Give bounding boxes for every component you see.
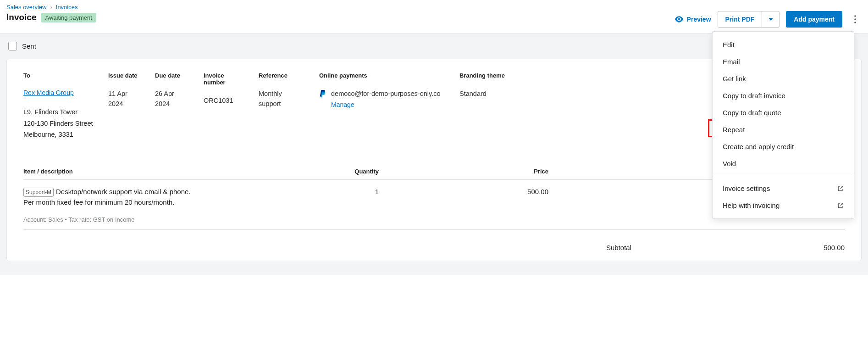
address-line-2: 120-130 Flinders Street [23, 118, 94, 129]
label-issue-date: Issue date [108, 72, 141, 79]
menu-help-invoicing[interactable]: Help with invoicing [713, 197, 854, 214]
subtotal-label: Subtotal [606, 244, 631, 251]
manage-link[interactable]: Manage [331, 101, 354, 108]
menu-separator [713, 176, 854, 176]
label-online-payments: Online payments [319, 72, 446, 79]
label-to: To [23, 72, 94, 79]
subtotal-value: 500.00 [824, 244, 845, 251]
svg-point-0 [854, 15, 856, 17]
add-payment-button[interactable]: Add payment [786, 11, 842, 28]
item-desc-line-2: Per month fixed fee for minimum 20 hours… [23, 197, 333, 207]
more-actions-menu: Edit Email Get link Copy to draft invoic… [712, 31, 854, 219]
label-reference: Reference [259, 72, 305, 79]
menu-get-link[interactable]: Get link [713, 70, 854, 87]
item-qty: 1 [333, 186, 448, 208]
breadcrumb: Sales overview › Invoices [6, 4, 96, 11]
address-line-1: L9, Flinders Tower [23, 106, 94, 118]
eye-icon [674, 16, 684, 22]
print-pdf-dropdown[interactable] [762, 11, 780, 28]
menu-email[interactable]: Email [713, 53, 854, 70]
item-tag: Support-M [23, 188, 54, 197]
menu-edit[interactable]: Edit [713, 36, 854, 53]
more-actions-button[interactable] [849, 11, 862, 28]
sent-checkbox[interactable] [8, 42, 17, 50]
header-price: Price [448, 168, 562, 175]
menu-repeat[interactable]: Repeat [713, 121, 854, 138]
contact-link[interactable]: Rex Media Group [23, 89, 74, 96]
page-header: Sales overview › Invoices Invoice Awaiti… [0, 0, 868, 33]
paypal-icon [319, 90, 326, 98]
print-pdf-button[interactable]: Print PDF [718, 11, 763, 28]
chevron-right-icon: › [50, 4, 52, 11]
summary: Subtotal 500.00 [23, 244, 845, 251]
menu-copy-draft-invoice[interactable]: Copy to draft invoice [713, 87, 854, 104]
value-branding-theme: Standard [459, 89, 519, 99]
address-line-3: Melbourne, 3331 [23, 129, 94, 140]
top-actions: Preview Print PDF Add payment [674, 4, 862, 28]
value-due-date: 26 Apr 2024 [155, 89, 190, 109]
value-issue-date: 11 Apr 2024 [108, 89, 141, 109]
external-link-icon [837, 185, 844, 192]
menu-create-apply-credit[interactable]: Create and apply credit [713, 138, 854, 155]
menu-invoice-settings[interactable]: Invoice settings [713, 180, 854, 197]
menu-copy-draft-quote[interactable]: Copy to draft quote [713, 104, 854, 121]
status-badge: Awaiting payment [41, 13, 96, 22]
external-link-icon [837, 202, 844, 209]
value-invoice-number: ORC1031 [204, 96, 245, 106]
header-desc: Item / description [23, 168, 333, 175]
label-invoice-number: Invoice number [204, 72, 245, 86]
value-reference: Monthly support [259, 89, 305, 109]
svg-point-1 [854, 18, 856, 20]
preview-link[interactable]: Preview [674, 16, 711, 23]
page-title: Invoice [6, 12, 36, 22]
label-due-date: Due date [155, 72, 190, 79]
caret-down-icon [768, 18, 773, 21]
menu-void[interactable]: Void [713, 155, 854, 172]
item-desc-line-1: Desktop/network support via email & phon… [56, 188, 191, 195]
header-qty: Quantity [333, 168, 448, 175]
kebab-icon [854, 15, 856, 23]
label-branding-theme: Branding theme [459, 72, 519, 79]
breadcrumb-sales-overview[interactable]: Sales overview [6, 4, 46, 11]
sent-label: Sent [22, 42, 36, 50]
breadcrumb-invoices[interactable]: Invoices [56, 4, 78, 11]
item-price: 500.00 [448, 186, 562, 208]
preview-label: Preview [687, 16, 711, 23]
svg-point-2 [854, 22, 856, 23]
value-online-email: democo@for-demo-purposes-only.co [331, 89, 441, 99]
